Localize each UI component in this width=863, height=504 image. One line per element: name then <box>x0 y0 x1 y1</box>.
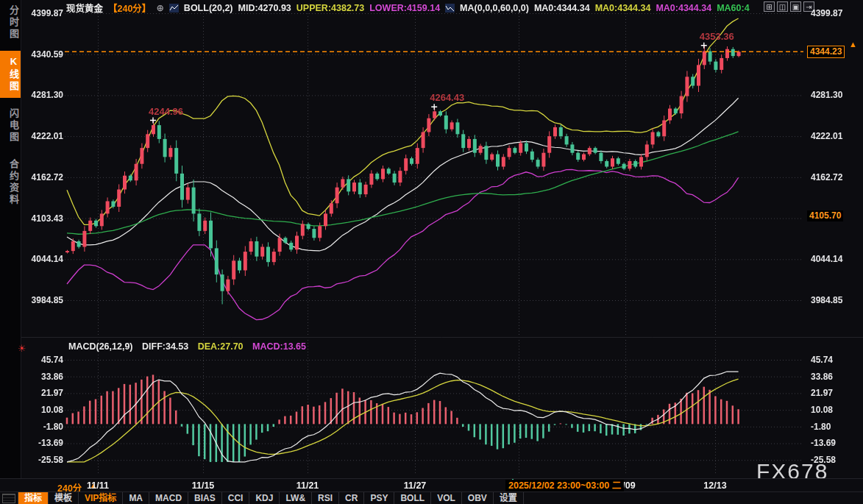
live-indicator-icon[interactable]: ☀ <box>18 343 26 354</box>
toolbar-button-RSI[interactable]: RSI <box>312 492 339 504</box>
scroll-right-icon[interactable]: ⇥ <box>803 1 814 12</box>
app-root: 分时图K线图闪电图合约资料 现货黄金 【240分】 ⊕ BOLL(20,2) M… <box>0 0 863 504</box>
sidebar-tab-1[interactable]: 分时图 <box>0 0 21 46</box>
toolbar-button-OBV[interactable]: OBV <box>462 492 494 504</box>
toolbar-button-MA[interactable]: MA <box>123 492 149 504</box>
xaxis-label-/09: /09 <box>622 480 635 491</box>
toolbar-button-MACD[interactable]: MACD <box>149 492 188 504</box>
toolbar-button-VOL[interactable]: VOL <box>431 492 462 504</box>
toolbar-button-CCI[interactable]: CCI <box>222 492 250 504</box>
toolbar-button-设置[interactable]: 设置 <box>494 492 524 504</box>
sidebar-tab-3[interactable]: 闪电图 <box>0 103 21 149</box>
xaxis-label-11/27: 11/27 <box>404 480 427 491</box>
pane-layout-icon[interactable]: ◫ <box>777 1 788 12</box>
indicator-toolbar: 指标模板VIP指标MAMACDBIASCCIKDJLW&RSICRPSYBOLL… <box>0 491 863 504</box>
toolbar-button-模板[interactable]: 模板 <box>49 492 79 504</box>
candlestick-chart-canvas[interactable] <box>21 0 863 478</box>
sidebar-tab-4[interactable]: 合约资料 <box>0 154 21 211</box>
toolbar-button-VIP指标[interactable]: VIP指标 <box>79 492 123 504</box>
sidebar-tab-2[interactable]: K线图 <box>0 51 21 98</box>
chart-window-controls: ⊞◫▣⇥ <box>764 1 814 12</box>
toolbar-button-BIAS[interactable]: BIAS <box>188 492 222 504</box>
sidebar: 分时图K线图闪电图合约资料 <box>0 0 21 478</box>
xaxis-label-11/15: 11/15 <box>192 480 215 491</box>
xaxis-label-12/13: 12/13 <box>703 480 726 491</box>
xaxis-label-11/11: 11/11 <box>87 480 109 491</box>
list-icon[interactable] <box>2 494 15 503</box>
toolbar-button-LW&[interactable]: LW& <box>280 492 312 504</box>
xaxis-row: 240分 ▲ 2025/12/02 23:00~03:00 二 11/1111/… <box>0 478 863 492</box>
toolbar-button-BOLL[interactable]: BOLL <box>394 492 431 504</box>
axis-scale-icon[interactable]: ▣ <box>790 1 801 12</box>
toolbar-button-指标[interactable]: 指标 <box>18 492 49 504</box>
crosshair-move-icon[interactable]: ⊞ <box>764 1 775 12</box>
scroll-to-latest-icon[interactable]: ▲ <box>849 40 857 49</box>
toolbar-button-PSY[interactable]: PSY <box>364 492 394 504</box>
xaxis-label-11/21: 11/21 <box>296 480 319 491</box>
toolbar-button-KDJ[interactable]: KDJ <box>249 492 280 504</box>
add-indicator-icon[interactable]: ⊕ <box>156 2 163 13</box>
toolbar-button-CR[interactable]: CR <box>339 492 364 504</box>
candle-tooltip: 2025/12/02 23:00~03:00 二 <box>505 480 624 491</box>
